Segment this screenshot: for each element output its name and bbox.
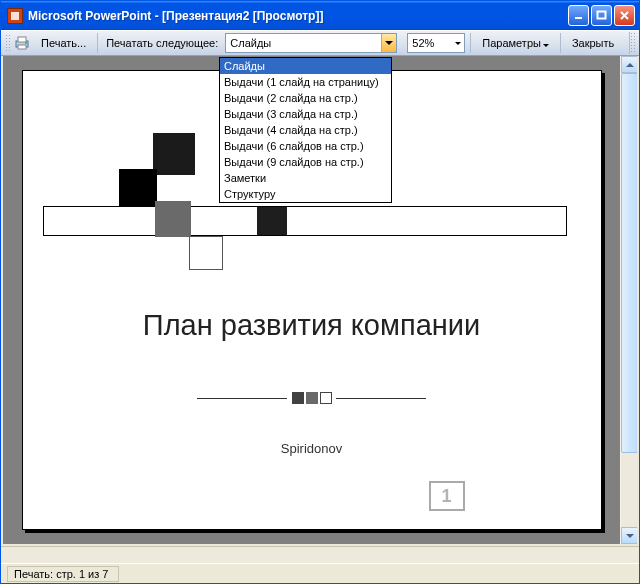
toolbar-overflow[interactable]: [629, 32, 637, 54]
print-what-dropdown[interactable]: СлайдыВыдачи (1 слайд на страницу)Выдачи…: [219, 57, 392, 203]
maximize-button[interactable]: [591, 5, 612, 26]
svg-rect-6: [18, 37, 26, 42]
svg-rect-7: [18, 45, 26, 49]
vertical-scrollbar[interactable]: [620, 56, 637, 544]
print-what-value: Слайды: [226, 37, 381, 49]
svg-rect-2: [598, 12, 606, 19]
print-button[interactable]: Печать...: [35, 34, 92, 52]
scroll-up-button[interactable]: [621, 56, 638, 73]
slide-title: План развития компании: [23, 309, 601, 342]
dropdown-item[interactable]: Выдачи (6 слайдов на стр.): [220, 138, 391, 154]
dropdown-item[interactable]: Выдачи (2 слайда на стр.): [220, 90, 391, 106]
toolbar-grip[interactable]: [5, 34, 11, 52]
separator: [560, 33, 561, 53]
print-what-label: Печатать следующее:: [103, 35, 221, 51]
slide-decor-bar: [43, 206, 567, 236]
close-preview-button[interactable]: Закрыть: [566, 34, 620, 52]
titlebar: Microsoft PowerPoint - [Презентация2 [Пр…: [1, 1, 639, 30]
svg-point-8: [25, 42, 27, 44]
options-button[interactable]: Параметры: [476, 34, 555, 52]
status-text: Печать: стр. 1 из 7: [7, 566, 119, 582]
window-title: Microsoft PowerPoint - [Презентация2 [Пр…: [28, 9, 568, 23]
printer-icon: [13, 34, 31, 52]
zoom-combo[interactable]: 52%: [407, 33, 465, 53]
dropdown-item[interactable]: Заметки: [220, 170, 391, 186]
page-number-value: 1: [441, 486, 451, 507]
print-what-combo[interactable]: Слайды: [225, 33, 397, 53]
slide-page-number: 1: [429, 481, 465, 511]
svg-rect-0: [11, 12, 19, 20]
scroll-down-button[interactable]: [621, 527, 638, 544]
dropdown-arrow-icon[interactable]: [449, 34, 464, 52]
slide-divider: [23, 391, 601, 404]
horizontal-scrollbar-area: [1, 546, 639, 563]
dropdown-arrow-icon[interactable]: [381, 34, 396, 52]
separator: [470, 33, 471, 53]
dropdown-item[interactable]: Выдачи (9 слайдов на стр.): [220, 154, 391, 170]
close-window-button[interactable]: [614, 5, 635, 26]
slide-decor-square: [119, 169, 157, 207]
separator: [97, 33, 98, 53]
dropdown-item[interactable]: Выдачи (4 слайда на стр.): [220, 122, 391, 138]
slide-decor-square: [257, 207, 287, 235]
slide-decor-square: [155, 201, 191, 237]
scroll-thumb[interactable]: [621, 73, 638, 453]
slide-decor-square: [189, 236, 223, 270]
dropdown-item[interactable]: Слайды: [220, 58, 391, 74]
statusbar: Печать: стр. 1 из 7: [1, 563, 639, 583]
dropdown-item[interactable]: Структуру: [220, 186, 391, 202]
slide-decor-square: [153, 133, 195, 175]
minimize-button[interactable]: [568, 5, 589, 26]
dropdown-item[interactable]: Выдачи (1 слайд на страницу): [220, 74, 391, 90]
powerpoint-icon: [7, 8, 23, 24]
window-controls: [568, 5, 635, 26]
zoom-value: 52%: [408, 37, 449, 49]
slide-author: Spiridonov: [23, 441, 601, 456]
print-preview-toolbar: Печать... Печатать следующее: Слайды 52%…: [1, 30, 639, 56]
dropdown-item[interactable]: Выдачи (3 слайда на стр.): [220, 106, 391, 122]
app-window: Microsoft PowerPoint - [Презентация2 [Пр…: [0, 0, 640, 584]
